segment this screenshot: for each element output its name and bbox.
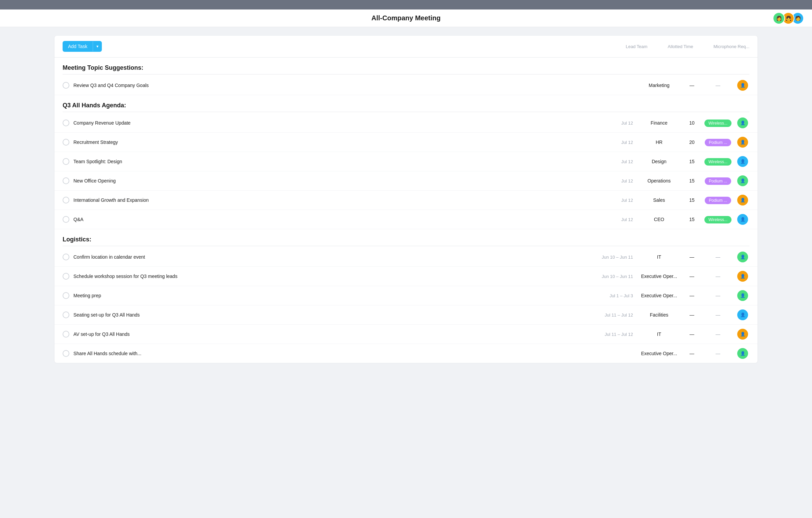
avatar[interactable]: 👤 [737, 309, 748, 320]
task-container: Add Task ▾ Lead Team Allotted Time Micro… [54, 35, 758, 363]
avatar[interactable]: 👤 [737, 80, 748, 91]
task-checkbox[interactable] [63, 273, 69, 280]
task-date: Jul 1 – Jul 3 [596, 293, 633, 298]
table-row: Company Revenue UpdateJul 12Finance10Wir… [54, 113, 758, 133]
task-checkbox[interactable] [63, 139, 69, 146]
section-header-1: Q3 All Hands Agenda: [54, 95, 758, 112]
task-avatar-col: 👤 [737, 156, 749, 167]
task-avatar-col: 👤 [737, 348, 749, 359]
task-mic: Wireless... [703, 120, 733, 126]
mic-podium-badge: Podium ... [705, 177, 731, 185]
task-checkbox[interactable] [63, 197, 69, 203]
task-time: — [685, 312, 699, 318]
avatar[interactable]: 👤 [737, 252, 748, 262]
task-date: Jul 12 [596, 178, 633, 184]
task-date: Jul 12 [596, 198, 633, 203]
task-avatar-col: 👤 [737, 271, 749, 282]
table-row: AV set-up for Q3 All HandsJul 11 – Jul 1… [54, 325, 758, 344]
task-mic: — [703, 254, 733, 260]
task-avatar-col: 👤 [737, 80, 749, 91]
task-checkbox[interactable] [63, 82, 69, 89]
section-divider-2 [63, 246, 749, 246]
task-avatar-col: 👤 [737, 175, 749, 186]
mic-wireless-badge: Wireless... [704, 158, 731, 166]
task-mic: Wireless... [703, 158, 733, 165]
task-name: Team Spotlight: Design [73, 159, 592, 164]
add-task-dropdown-icon[interactable]: ▾ [93, 41, 102, 51]
task-time: 15 [685, 159, 699, 164]
task-team: HR [637, 139, 681, 145]
task-avatar-col: 👤 [737, 117, 749, 128]
task-checkbox[interactable] [63, 158, 69, 165]
task-team: IT [637, 254, 681, 260]
task-date: Jul 12 [596, 140, 633, 145]
header-avatars: 👩 👧 🧑 [775, 12, 804, 24]
avatar[interactable]: 👤 [737, 175, 748, 186]
task-mic: Podium ... [703, 139, 733, 145]
task-time: — [685, 331, 699, 337]
task-name: AV set-up for Q3 All Hands [73, 331, 592, 337]
task-date: Jul 11 – Jul 12 [596, 332, 633, 337]
task-checkbox[interactable] [63, 254, 69, 260]
task-time: 15 [685, 197, 699, 203]
table-row: Recruitment StrategyJul 12HR20Podium ...… [54, 133, 758, 152]
avatar[interactable]: 👤 [737, 117, 748, 128]
task-mic: — [703, 273, 733, 279]
table-row: Q&AJul 12CEO15Wireless...👤 [54, 210, 758, 229]
task-name: Schedule workshop session for Q3 meeting… [73, 274, 592, 279]
mic-dash: — [716, 254, 720, 260]
task-time: 10 [685, 120, 699, 126]
task-team: Executive Oper... [637, 293, 681, 298]
avatar[interactable]: 👤 [737, 290, 748, 301]
section-title-1: Q3 All Hands Agenda: [63, 102, 126, 109]
task-checkbox[interactable] [63, 292, 69, 299]
table-row: Share All Hands schedule with...Executiv… [54, 344, 758, 363]
task-date: Jun 10 – Jun 11 [596, 274, 633, 279]
avatar[interactable]: 👤 [737, 271, 748, 282]
task-mic: — [703, 350, 733, 357]
header: All-Company Meeting 👩 👧 🧑 [0, 9, 812, 27]
task-checkbox[interactable] [63, 120, 69, 126]
section-title-0: Meeting Topic Suggestions: [63, 64, 143, 71]
task-team: Design [637, 159, 681, 164]
task-name: Recruitment Strategy [73, 139, 592, 145]
task-checkbox[interactable] [63, 177, 69, 184]
mic-dash: — [716, 331, 720, 337]
task-avatar-col: 👤 [737, 195, 749, 206]
main-content: Add Task ▾ Lead Team Allotted Time Micro… [0, 27, 812, 371]
task-mic: Podium ... [703, 197, 733, 203]
avatar[interactable]: 👤 [737, 156, 748, 167]
avatar[interactable]: 👤 [737, 348, 748, 359]
task-name: Confirm location in calendar event [73, 254, 592, 260]
add-task-button[interactable]: Add Task ▾ [63, 41, 102, 52]
task-checkbox[interactable] [63, 216, 69, 223]
task-time: — [685, 293, 699, 298]
mic-dash: — [716, 83, 720, 88]
avatar[interactable]: 👤 [737, 195, 748, 206]
task-checkbox[interactable] [63, 331, 69, 338]
task-date: Jun 10 – Jun 11 [596, 255, 633, 260]
avatar[interactable]: 👤 [737, 137, 748, 148]
task-checkbox[interactable] [63, 350, 69, 357]
task-avatar-col: 👤 [737, 329, 749, 340]
mic-podium-badge: Podium ... [705, 197, 731, 204]
section-header-0: Meeting Topic Suggestions: [54, 58, 758, 74]
task-mic: Podium ... [703, 178, 733, 184]
avatar-1[interactable]: 👩 [773, 12, 785, 24]
task-time: — [685, 83, 699, 88]
task-team: CEO [637, 217, 681, 222]
task-date: Jul 12 [596, 159, 633, 164]
table-row: Team Spotlight: DesignJul 12Design15Wire… [54, 152, 758, 171]
task-name: Share All Hands schedule with... [73, 351, 592, 356]
task-avatar-col: 👤 [737, 214, 749, 225]
task-team: Sales [637, 197, 681, 203]
task-checkbox[interactable] [63, 311, 69, 318]
task-name: Review Q3 and Q4 Company Goals [73, 83, 592, 88]
task-time: 20 [685, 139, 699, 145]
task-mic: — [703, 82, 733, 88]
task-time: — [685, 254, 699, 260]
task-avatar-col: 👤 [737, 290, 749, 301]
avatar[interactable]: 👤 [737, 329, 748, 340]
section-divider-0 [63, 74, 749, 74]
avatar[interactable]: 👤 [737, 214, 748, 225]
